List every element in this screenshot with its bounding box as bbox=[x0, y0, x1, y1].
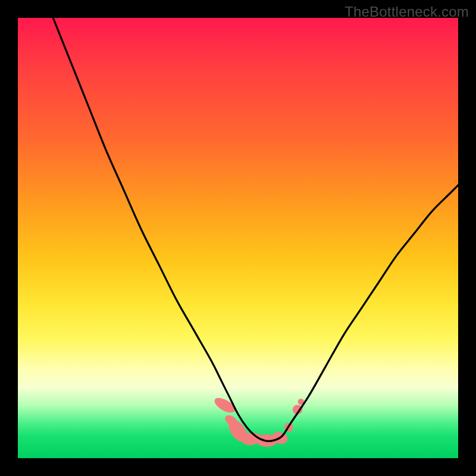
curve-line bbox=[53, 18, 458, 441]
chart-container: TheBottleneck.com bbox=[0, 0, 476, 476]
plot-area bbox=[18, 18, 458, 458]
markers-group bbox=[212, 395, 304, 447]
chart-svg bbox=[18, 18, 458, 458]
